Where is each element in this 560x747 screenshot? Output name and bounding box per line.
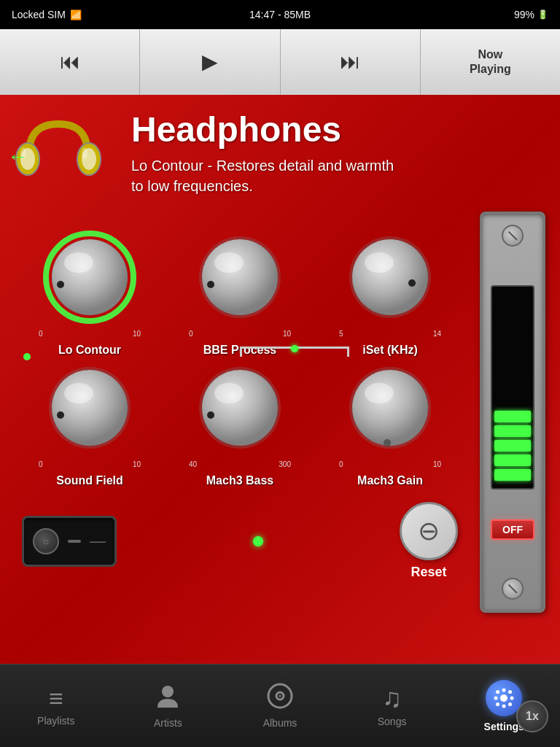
battery-label: 99% xyxy=(514,9,534,20)
play-button[interactable]: ▶ xyxy=(140,29,280,95)
bottom-controls: ○ — ⊖ Reset xyxy=(15,495,465,580)
iset-label: iSet (KHz) xyxy=(362,344,418,357)
vu-bar-1 xyxy=(494,411,531,422)
tab-songs[interactable]: ♫ Songs xyxy=(336,665,448,748)
reset-button[interactable]: ⊖ Reset xyxy=(400,502,458,580)
vu-bottom-screw xyxy=(502,578,524,600)
power-switch-inner: ○ — xyxy=(33,528,106,554)
mach3-gain-label: Mach3 Gain xyxy=(357,474,423,487)
lo-contour-scale: 010 xyxy=(39,330,141,338)
play-icon: ▶ xyxy=(202,50,218,74)
knob-sound-field: 010 Sound Field xyxy=(15,357,165,487)
vu-top-screw xyxy=(502,225,524,247)
transport-bar: ⏮ ▶ ⏭ NowPlaying xyxy=(0,29,560,95)
now-playing-button[interactable]: NowPlaying xyxy=(421,29,560,95)
headphone-graphic xyxy=(15,109,102,197)
iset-scale: 514 xyxy=(339,330,441,338)
off-label: OFF xyxy=(502,524,523,535)
songs-icon: ♫ xyxy=(382,685,402,711)
svg-point-41 xyxy=(502,688,506,692)
power-switch[interactable]: ○ — xyxy=(22,516,117,567)
svg-point-34 xyxy=(384,439,391,446)
svg-point-42 xyxy=(502,704,506,708)
status-bar: Locked SIM 📶 14:47 - 85MB 99% 🔋 xyxy=(0,0,560,29)
switch-line-icon: — xyxy=(90,532,106,551)
svg-point-30 xyxy=(214,383,244,403)
svg-point-27 xyxy=(202,370,278,446)
skip-back-icon: ⏮ xyxy=(60,50,80,74)
svg-point-32 xyxy=(352,370,428,446)
mach3-gain-scale: 010 xyxy=(339,460,441,468)
knob-bbe-process: 010 BBE Process xyxy=(165,226,315,357)
speed-badge[interactable]: 1x xyxy=(516,700,548,732)
bbe-process-knob[interactable] xyxy=(189,226,291,328)
vu-bar-3 xyxy=(494,440,531,452)
svg-point-44 xyxy=(510,696,514,700)
svg-point-9 xyxy=(57,281,64,288)
reset-label: Reset xyxy=(411,565,446,580)
skip-forward-button[interactable]: ⏭ xyxy=(281,29,421,95)
svg-point-45 xyxy=(496,690,499,694)
mach3-gain-knob[interactable] xyxy=(339,357,441,459)
sound-field-label: Sound Field xyxy=(56,474,123,487)
back-arrow-icon[interactable]: ← xyxy=(7,145,28,169)
skip-forward-icon: ⏭ xyxy=(340,50,360,74)
svg-point-25 xyxy=(64,383,93,403)
headphone-icon-area: ← xyxy=(15,109,117,204)
preset-title: Headphones xyxy=(131,109,408,150)
svg-point-36 xyxy=(162,686,174,697)
svg-point-46 xyxy=(508,703,512,706)
svg-point-7 xyxy=(52,239,128,315)
mach3-link-dot xyxy=(291,345,298,352)
artists-icon xyxy=(155,683,181,713)
knob-iset: 514 iSet (KHz) xyxy=(315,226,465,357)
lo-contour-knob[interactable] xyxy=(39,226,141,328)
sound-field-scale: 010 xyxy=(39,460,141,468)
playlists-icon: ≡ xyxy=(49,686,63,711)
svg-point-22 xyxy=(52,370,128,446)
svg-point-20 xyxy=(365,252,394,273)
switch-bar-icon xyxy=(68,540,81,543)
mach3-bass-knob[interactable] xyxy=(189,357,291,459)
preset-description: Lo Contour - Restores detail and warmth … xyxy=(131,155,408,196)
svg-point-12 xyxy=(202,239,278,315)
header-section: ← Headphones Lo Contour - Restores detai… xyxy=(15,109,545,204)
svg-point-17 xyxy=(352,239,428,315)
knobs-section: 010 Lo Contour 010 BBE Process xyxy=(15,226,465,487)
svg-point-39 xyxy=(279,695,281,697)
vu-meter-panel: OFF xyxy=(480,212,545,613)
knob-lo-contour: 010 Lo Contour xyxy=(15,226,165,357)
svg-point-14 xyxy=(207,281,214,288)
tab-albums[interactable]: Albums xyxy=(224,665,336,748)
svg-point-24 xyxy=(57,411,64,419)
svg-point-5 xyxy=(82,147,88,159)
svg-point-47 xyxy=(508,690,512,694)
tab-bar: ≡ Playlists Artists Albums ♫ Songs xyxy=(0,664,560,747)
tab-playlists[interactable]: ≡ Playlists xyxy=(0,665,112,748)
wifi-icon: 📶 xyxy=(70,9,82,20)
knob-mach3-bass: 40300 Mach3 Bass xyxy=(165,357,315,487)
main-panel: OFF ← Headphones Lo Contour xyxy=(0,95,560,693)
svg-point-40 xyxy=(500,694,508,702)
mach3-connector xyxy=(240,347,349,357)
header-text: Headphones Lo Contour - Restores detail … xyxy=(131,109,408,196)
lo-contour-label: Lo Contour xyxy=(58,344,121,357)
bbe-process-scale: 010 xyxy=(189,330,291,338)
svg-point-35 xyxy=(365,383,394,403)
tab-artists[interactable]: Artists xyxy=(112,665,225,748)
iset-knob[interactable] xyxy=(339,226,441,328)
switch-circle-icon: ○ xyxy=(33,528,59,554)
mach3-bass-scale: 40300 xyxy=(189,460,291,468)
skip-back-button[interactable]: ⏮ xyxy=(0,29,140,95)
svg-point-29 xyxy=(207,411,214,419)
off-button[interactable]: OFF xyxy=(491,519,534,540)
vu-bar-4 xyxy=(494,454,531,466)
albums-icon xyxy=(267,683,293,713)
sound-field-green-dot xyxy=(23,353,31,360)
locked-sim-label: Locked SIM xyxy=(12,9,66,20)
svg-point-15 xyxy=(214,252,244,273)
mach3-bass-label: Mach3 Bass xyxy=(206,474,274,487)
svg-point-43 xyxy=(494,696,498,700)
sound-field-knob[interactable] xyxy=(39,357,141,459)
svg-point-48 xyxy=(496,703,499,706)
